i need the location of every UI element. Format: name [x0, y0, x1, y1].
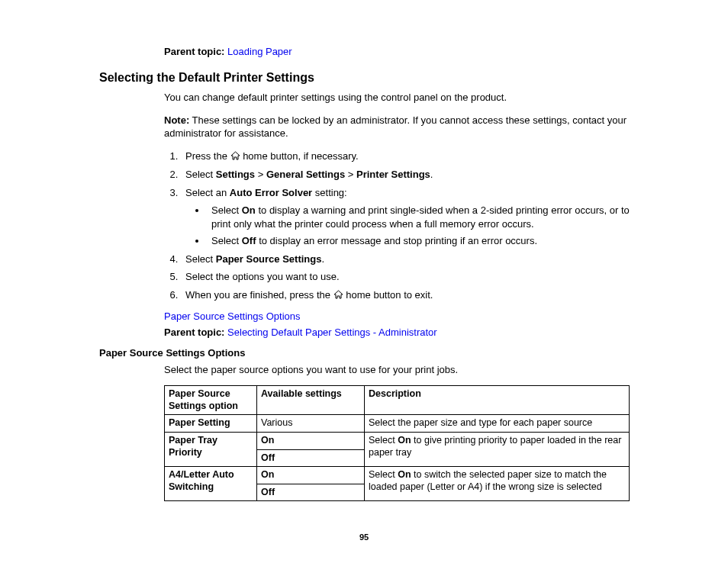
step-2: Select Settings > General Settings > Pri… — [181, 168, 644, 182]
section-heading: Selecting the Default Printer Settings — [99, 71, 644, 85]
step-1: Press the home button, if necessary. — [181, 150, 644, 164]
step-5: Select the options you want to use. — [181, 270, 644, 284]
subsection-heading: Paper Source Settings Options — [99, 347, 644, 359]
table-cell: Various — [257, 415, 365, 433]
related-link[interactable]: Paper Source Settings Options — [164, 310, 301, 322]
parent-topic-label: Parent topic: — [164, 327, 224, 338]
note-text: These settings can be locked by an admin… — [164, 114, 627, 140]
table-row: Paper Setting Various Select the paper s… — [165, 415, 630, 433]
parent-topic-link[interactable]: Selecting Default Paper Settings - Admin… — [227, 327, 437, 338]
step-3: Select an Auto Error Solver setting: Sel… — [181, 186, 644, 248]
parent-topic-label: Parent topic: — [164, 46, 224, 57]
step-3-sublist: Select On to display a warning and print… — [199, 204, 644, 248]
table-cell: Paper Tray Priority — [165, 432, 257, 466]
table-cell: A4/Letter Auto Switching — [165, 467, 257, 501]
step-6: When you are finished, press the home bu… — [181, 288, 644, 303]
document-page: Parent topic: Loading Paper Selecting th… — [0, 0, 728, 563]
parent-topic-line: Parent topic: Loading Paper — [164, 46, 644, 57]
table-header-row: Paper Source Settings option Available s… — [165, 386, 630, 415]
table-row: A4/Letter Auto Switching On Select On to… — [165, 467, 630, 484]
step-3-sub-1: Select On to display a warning and print… — [207, 204, 644, 230]
home-icon — [230, 150, 240, 164]
table-cell: Select On to give printing priority to p… — [365, 432, 630, 466]
table-cell: Select the paper size and type for each … — [365, 415, 630, 433]
page-number: 95 — [0, 532, 728, 542]
related-link-line: Paper Source Settings Options — [164, 310, 644, 322]
table-header: Available settings — [257, 386, 365, 415]
table-header: Paper Source Settings option — [165, 386, 257, 415]
step-4: Select Paper Source Settings. — [181, 253, 644, 266]
table-cell: Select On to switch the selected paper s… — [365, 467, 630, 501]
table-cell: Paper Setting — [165, 415, 257, 433]
note-label: Note: — [164, 114, 189, 126]
parent-topic-link[interactable]: Loading Paper — [227, 46, 292, 57]
step-3-sub-2: Select Off to display an error message a… — [207, 234, 644, 248]
intro-text: You can change default printer settings … — [164, 91, 644, 105]
subsection-intro: Select the paper source options you want… — [164, 363, 644, 377]
note-block: Note: These settings can be locked by an… — [164, 114, 644, 140]
table-cell: On — [257, 432, 365, 449]
steps-list: Press the home button, if necessary. Sel… — [164, 150, 644, 303]
settings-table: Paper Source Settings option Available s… — [164, 385, 630, 501]
table-header: Description — [365, 386, 630, 415]
table-cell: Off — [257, 484, 365, 501]
home-icon — [333, 289, 343, 303]
table-cell: On — [257, 467, 365, 484]
table-cell: Off — [257, 449, 365, 467]
parent-topic-line-2: Parent topic: Selecting Default Paper Se… — [164, 327, 644, 338]
table-row: Paper Tray Priority On Select On to give… — [165, 432, 630, 449]
